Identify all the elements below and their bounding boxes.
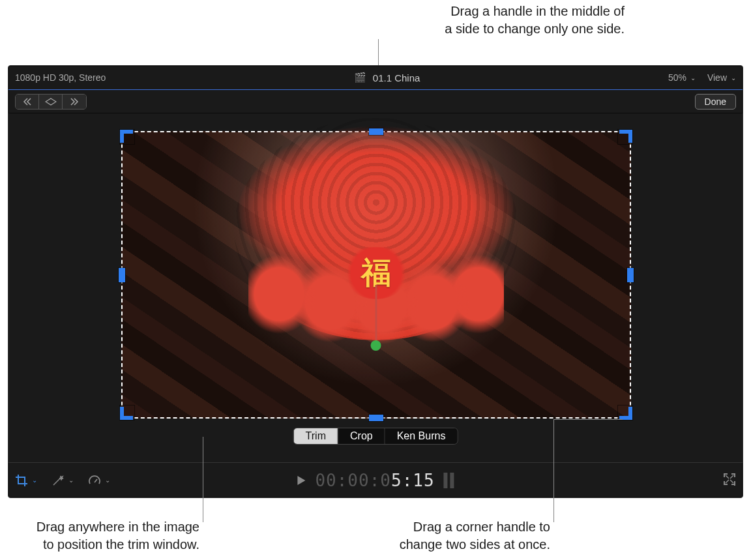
- wand-icon: [52, 474, 65, 487]
- callout-line-bl: [203, 437, 203, 522]
- handle-top[interactable]: [369, 128, 383, 135]
- mode-trim-button[interactable]: Trim: [294, 428, 338, 444]
- next-edit-button[interactable]: [63, 95, 86, 109]
- callout-br-line1: Drag a corner handle to: [365, 518, 550, 536]
- callout-line-br-h: [553, 419, 623, 420]
- handle-bottom-left[interactable]: [120, 405, 134, 420]
- done-button[interactable]: Done: [695, 94, 736, 110]
- overlay-button[interactable]: [39, 95, 63, 109]
- clip-name-label: 01.1 China: [373, 72, 420, 83]
- trim-frame[interactable]: 福: [121, 131, 631, 419]
- enhance-tool-dropdown[interactable]: ⌄: [52, 474, 74, 487]
- chevron-down-icon: ⌄: [105, 477, 110, 484]
- fullscreen-button[interactable]: [723, 473, 736, 488]
- callout-bl-line1: Drag anywhere in the image: [22, 518, 199, 536]
- diamond-icon: [45, 98, 57, 106]
- chevron-down-icon: ⌄: [32, 477, 37, 484]
- timecode-dim: 00:00:0: [315, 471, 391, 490]
- crop-mode-segment: Trim Crop Ken Burns: [293, 428, 458, 445]
- zoom-value-label: 50%: [668, 72, 686, 83]
- viewer-bottom-bar: ⌄ ⌄ ⌄ 00:00:05:15: [8, 462, 743, 497]
- view-label: View: [707, 72, 727, 83]
- zoom-dropdown[interactable]: 50% ⌄: [668, 72, 696, 83]
- crop-icon: [15, 474, 28, 487]
- handle-top-left[interactable]: [120, 130, 134, 144]
- callout-top: Drag a handle in the middle of a side to…: [375, 3, 625, 38]
- timecode-bright: 5:15: [391, 471, 435, 490]
- callout-bottom-right: Drag a corner handle to change two sides…: [365, 518, 550, 553]
- video-content-bead: [371, 340, 381, 351]
- chevron-down-icon: ⌄: [68, 477, 74, 484]
- playhead-group: 00:00:05:15: [297, 471, 454, 490]
- mode-crop-button[interactable]: Crop: [338, 428, 385, 444]
- callout-bl-line2: to position the trim window.: [22, 536, 199, 553]
- handle-bottom[interactable]: [369, 415, 383, 421]
- double-chevron-right-icon: [70, 98, 79, 106]
- video-content-string: [375, 285, 377, 347]
- clapper-icon: 🎬: [354, 72, 366, 83]
- handle-left[interactable]: [119, 268, 125, 282]
- canvas-area: 福: [8, 113, 743, 462]
- handle-top-right[interactable]: [618, 130, 632, 144]
- handle-right[interactable]: [627, 268, 634, 282]
- callout-br-line2: change two sides at once.: [365, 536, 550, 553]
- svg-line-0: [95, 479, 97, 482]
- crop-tool-dropdown[interactable]: ⌄: [15, 474, 37, 487]
- viewer-panel: 1080p HD 30p, Stereo 🎬 01.1 China 50% ⌄ …: [8, 65, 743, 498]
- callout-bottom-left: Drag anywhere in the image to position t…: [22, 518, 199, 553]
- handle-bottom-right[interactable]: [618, 405, 632, 420]
- chevron-down-icon: ⌄: [690, 74, 696, 81]
- gauge-icon: [88, 474, 101, 487]
- double-chevron-left-icon: [23, 98, 32, 106]
- clip-title: 🎬 01.1 China: [106, 72, 668, 83]
- callout-top-line1: Drag a handle in the middle of: [375, 3, 625, 20]
- nav-segment: [15, 94, 87, 110]
- viewer-toolbar: Done: [8, 90, 743, 113]
- retime-tool-dropdown[interactable]: ⌄: [88, 474, 110, 487]
- mode-kenburns-button[interactable]: Ken Burns: [385, 428, 458, 444]
- audio-meter-icon: [444, 473, 454, 488]
- callout-line-br: [553, 419, 554, 522]
- callout-top-line2: a side to change only one side.: [375, 20, 625, 38]
- video-content-lantern: 福: [234, 118, 518, 340]
- fullscreen-icon: [723, 473, 736, 486]
- format-label: 1080p HD 30p, Stereo: [15, 72, 106, 83]
- prev-edit-button[interactable]: [16, 95, 39, 109]
- view-dropdown[interactable]: View ⌄: [707, 72, 736, 83]
- chevron-down-icon: ⌄: [731, 74, 736, 81]
- viewer-info-bar: 1080p HD 30p, Stereo 🎬 01.1 China 50% ⌄ …: [8, 66, 743, 90]
- timecode-display: 00:00:05:15: [315, 471, 434, 490]
- play-icon[interactable]: [297, 475, 306, 486]
